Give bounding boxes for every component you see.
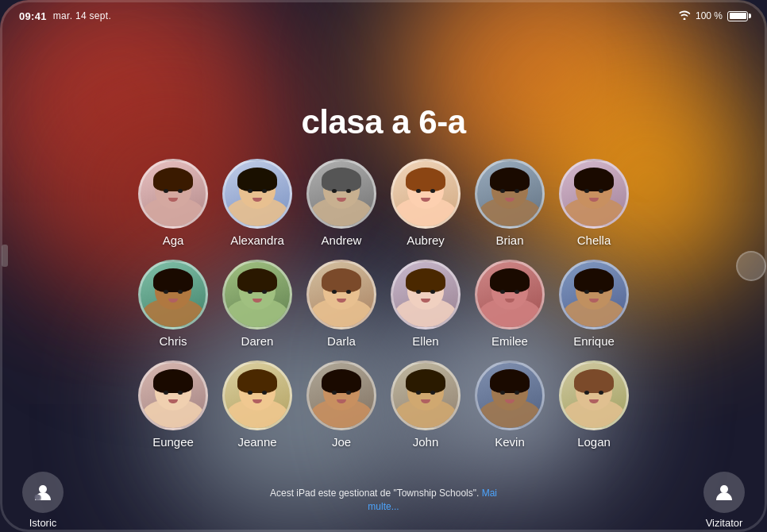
student-item-chella[interactable]: Chella (559, 159, 629, 247)
student-avatar-darla (306, 260, 376, 330)
status-bar: 09:41 mar. 14 sept. 100 % (0, 6, 767, 25)
student-name-kevin: Kevin (495, 435, 525, 449)
student-name-aga: Aga (163, 233, 184, 247)
student-name-joe: Joe (332, 435, 351, 449)
student-name-enrique: Enrique (573, 334, 615, 348)
student-item-aubrey[interactable]: Aubrey (391, 159, 461, 247)
student-item-andrew[interactable]: Andrew (306, 159, 376, 247)
student-item-eungee[interactable]: Eungee (138, 360, 208, 449)
student-avatar-brian (475, 159, 545, 229)
bottom-bar: Istoric Acest iPad este gestionat de "To… (0, 468, 767, 532)
student-item-kevin[interactable]: Kevin (475, 360, 545, 449)
student-item-daren[interactable]: Daren (222, 260, 292, 348)
history-person-icon (32, 481, 54, 503)
student-avatar-john (391, 360, 461, 430)
history-button[interactable]: Istoric (22, 472, 64, 529)
student-name-chris: Chris (159, 334, 187, 348)
student-avatar-aubrey (391, 159, 461, 229)
status-right: 100 % (678, 10, 748, 22)
student-item-enrique[interactable]: Enrique (559, 260, 629, 348)
student-item-alexandra[interactable]: Alexandra (222, 159, 292, 247)
student-avatar-emilee (475, 260, 545, 330)
student-avatar-aga (138, 159, 208, 229)
status-time: 09:41 (19, 10, 47, 22)
student-item-john[interactable]: John (391, 360, 461, 449)
student-avatar-kevin (475, 360, 545, 430)
student-row-2: Eungee Jeanne (138, 360, 629, 449)
student-name-logan: Logan (577, 435, 611, 449)
student-avatar-chella (559, 159, 629, 229)
student-avatar-enrique (559, 260, 629, 330)
student-item-brian[interactable]: Brian (475, 159, 545, 247)
history-icon-circle (22, 472, 64, 513)
svg-point-2 (35, 495, 40, 500)
student-avatar-andrew (306, 159, 376, 229)
student-item-jeanne[interactable]: Jeanne (222, 360, 292, 449)
student-item-chris[interactable]: Chris (138, 260, 208, 348)
svg-point-0 (39, 485, 47, 493)
student-item-joe[interactable]: Joe (306, 360, 376, 449)
student-avatar-ellen (391, 260, 461, 330)
visitor-button[interactable]: Vizitator (703, 472, 745, 529)
student-name-jeanne: Jeanne (237, 435, 276, 449)
visitor-label: Vizitator (706, 517, 743, 529)
student-name-ellen: Ellen (412, 334, 438, 348)
management-text: Acest iPad este gestionat de "Township S… (270, 488, 479, 499)
student-item-darla[interactable]: Darla (306, 260, 376, 348)
student-name-emilee: Emilee (491, 334, 528, 348)
management-notice: Acest iPad este gestionat de "Township S… (256, 487, 511, 514)
visitor-person-icon (713, 481, 735, 503)
battery-fill (730, 13, 746, 19)
student-name-daren: Daren (241, 334, 274, 348)
wifi-icon (678, 10, 691, 22)
student-avatar-logan (559, 360, 629, 430)
student-row-0: Aga Alexandra (138, 159, 629, 247)
student-item-aga[interactable]: Aga (138, 159, 208, 247)
status-date: mar. 14 sept. (53, 10, 111, 21)
student-item-emilee[interactable]: Emilee (475, 260, 545, 348)
students-grid: Aga Alexandra (0, 159, 767, 449)
student-item-ellen[interactable]: Ellen (391, 260, 461, 348)
student-avatar-jeanne (222, 360, 292, 430)
student-avatar-eungee (138, 360, 208, 430)
svg-point-3 (720, 485, 728, 493)
student-avatar-alexandra (222, 159, 292, 229)
student-avatar-joe (306, 360, 376, 430)
battery-icon (727, 11, 748, 21)
student-name-brian: Brian (495, 233, 523, 247)
visitor-icon-circle (703, 472, 745, 513)
history-label: Istoric (29, 517, 57, 529)
student-name-chella: Chella (577, 233, 611, 247)
class-title: clasa a 6-a (0, 103, 767, 141)
student-name-john: John (413, 435, 439, 449)
student-name-eungee: Eungee (152, 435, 194, 449)
student-name-alexandra: Alexandra (230, 233, 284, 247)
student-avatar-chris (138, 260, 208, 330)
student-avatar-daren (222, 260, 292, 330)
student-row-1: Chris Daren (138, 260, 629, 348)
student-name-darla: Darla (327, 334, 356, 348)
student-item-logan[interactable]: Logan (559, 360, 629, 449)
battery-percentage: 100 % (696, 10, 723, 21)
student-name-andrew: Andrew (322, 233, 362, 247)
student-name-aubrey: Aubrey (407, 233, 445, 247)
